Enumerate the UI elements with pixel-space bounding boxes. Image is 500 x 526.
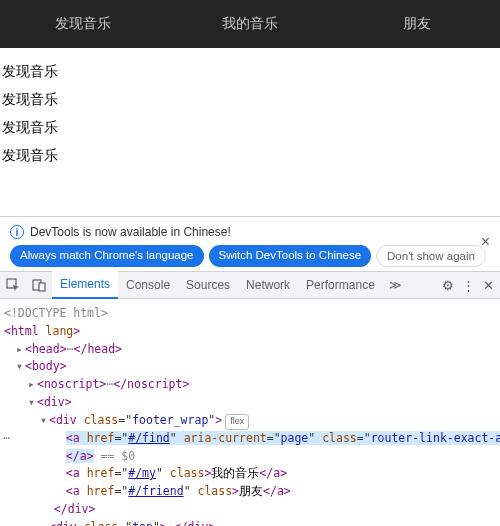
ellipsis-icon: ⋯: [3, 430, 10, 448]
devtools-tabs: Elements Console Sources Network Perform…: [52, 271, 442, 299]
nav-item-friends[interactable]: 朋友: [333, 0, 500, 48]
nav-item-my-music[interactable]: 我的音乐: [167, 0, 334, 48]
banner-message: DevTools is now available in Chinese!: [30, 225, 231, 239]
elements-panel[interactable]: <!DOCTYPE html> <html lang> ▸<head>⋯</he…: [0, 299, 500, 526]
page-content: 发现音乐 发现音乐 发现音乐 发现音乐: [0, 48, 500, 180]
selected-dom-node[interactable]: ⋯ <a href="#/find" aria-current="page" c…: [4, 430, 496, 448]
tab-console[interactable]: Console: [118, 271, 178, 299]
dont-show-again-button[interactable]: Don't show again: [376, 245, 486, 267]
tab-network[interactable]: Network: [238, 271, 298, 299]
device-toolbar-icon[interactable]: [26, 278, 52, 292]
tab-sources[interactable]: Sources: [178, 271, 238, 299]
dom-doctype: <!DOCTYPE html>: [4, 306, 108, 320]
content-line: 发现音乐: [2, 58, 498, 86]
top-navigation: 发现音乐 我的音乐 朋友: [0, 0, 500, 48]
nav-item-discover[interactable]: 发现音乐: [0, 0, 167, 48]
content-line: 发现音乐: [2, 142, 498, 170]
svg-rect-2: [39, 283, 45, 291]
flex-badge[interactable]: flex: [225, 414, 249, 430]
switch-devtools-language-button[interactable]: Switch DevTools to Chinese: [209, 245, 372, 267]
gear-icon[interactable]: ⚙: [442, 278, 454, 293]
tab-performance[interactable]: Performance: [298, 271, 383, 299]
tab-elements[interactable]: Elements: [52, 271, 118, 299]
content-line: 发现音乐: [2, 114, 498, 142]
info-icon: i: [10, 225, 24, 239]
kebab-menu-icon[interactable]: ⋮: [462, 278, 475, 293]
more-tabs-icon[interactable]: ≫: [383, 278, 408, 292]
content-line: 发现音乐: [2, 86, 498, 114]
devtools-toolbar: Elements Console Sources Network Perform…: [0, 271, 500, 299]
devtools-language-banner: i DevTools is now available in Chinese! …: [0, 216, 500, 271]
always-match-language-button[interactable]: Always match Chrome's language: [10, 245, 204, 267]
close-devtools-icon[interactable]: ✕: [483, 278, 494, 293]
inspect-icon[interactable]: [0, 278, 26, 292]
close-icon[interactable]: ×: [481, 233, 490, 251]
